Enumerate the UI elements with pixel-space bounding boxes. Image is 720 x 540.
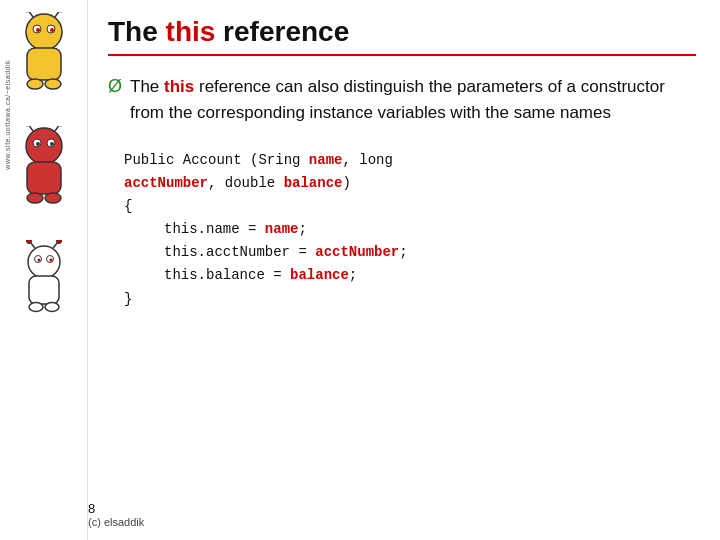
mascot-middle	[13, 126, 75, 216]
svg-rect-33	[29, 276, 59, 304]
bullet-text: The this reference can also distinguish …	[130, 74, 696, 125]
svg-point-16	[50, 142, 54, 146]
footer: 8 (c) elsaddik	[88, 501, 144, 528]
svg-point-12	[26, 128, 62, 164]
svg-point-0	[26, 14, 62, 50]
svg-point-27	[37, 259, 40, 262]
sidebar: www.site.uottawa.ca/~elsaddik	[0, 0, 88, 540]
code-val-name: name	[265, 221, 299, 237]
bullet-arrow: Ø	[108, 76, 122, 97]
code-line-2: acctNumber, double balance)	[124, 172, 696, 195]
svg-line-5	[28, 12, 33, 17]
code-line-6: this.balance = balance;	[124, 264, 696, 287]
svg-rect-9	[27, 48, 61, 80]
svg-rect-21	[27, 162, 61, 194]
code-line-7: }	[124, 288, 696, 311]
svg-point-35	[45, 303, 59, 312]
this-keyword-inline: this	[164, 77, 194, 96]
code-param-name: name	[309, 152, 343, 168]
mascot-bottom	[13, 240, 75, 330]
svg-point-32	[56, 240, 61, 244]
title-bar: The this reference	[108, 16, 696, 56]
watermark-text: www.site.uottawa.ca/~elsaddik	[4, 60, 11, 170]
code-line-1: Public Account (Sring name, long	[124, 149, 696, 172]
page-number: 8	[88, 501, 144, 516]
svg-point-30	[26, 240, 31, 244]
svg-point-11	[45, 79, 61, 89]
page-title: The this reference	[108, 16, 349, 48]
svg-line-17	[28, 126, 33, 131]
svg-point-34	[29, 303, 43, 312]
svg-point-28	[49, 259, 52, 262]
code-line-4: this.name = name;	[124, 218, 696, 241]
code-param-balance: balance	[284, 175, 343, 191]
code-val-acct: acctNumber	[315, 244, 399, 260]
svg-point-24	[28, 246, 60, 278]
svg-line-19	[55, 126, 60, 131]
bullet-section: Ø The this reference can also distinguis…	[108, 74, 696, 125]
code-line-5: this.acctNumber = acctNumber;	[124, 241, 696, 264]
copyright: (c) elsaddik	[88, 516, 144, 528]
svg-point-4	[50, 28, 54, 32]
title-keyword: this	[166, 16, 216, 47]
svg-point-10	[27, 79, 43, 89]
svg-point-23	[45, 193, 61, 203]
main-content: The this reference Ø The this reference …	[88, 0, 720, 540]
code-line-3: {	[124, 195, 696, 218]
title-suffix: reference	[215, 16, 349, 47]
svg-point-15	[36, 142, 40, 146]
svg-point-3	[36, 28, 40, 32]
title-prefix: The	[108, 16, 166, 47]
mascot-top	[13, 12, 75, 102]
code-param-acct: acctNumber	[124, 175, 208, 191]
code-block: Public Account (Sring name, long acctNum…	[124, 149, 696, 311]
svg-line-7	[55, 12, 60, 17]
svg-point-22	[27, 193, 43, 203]
code-val-balance: balance	[290, 267, 349, 283]
